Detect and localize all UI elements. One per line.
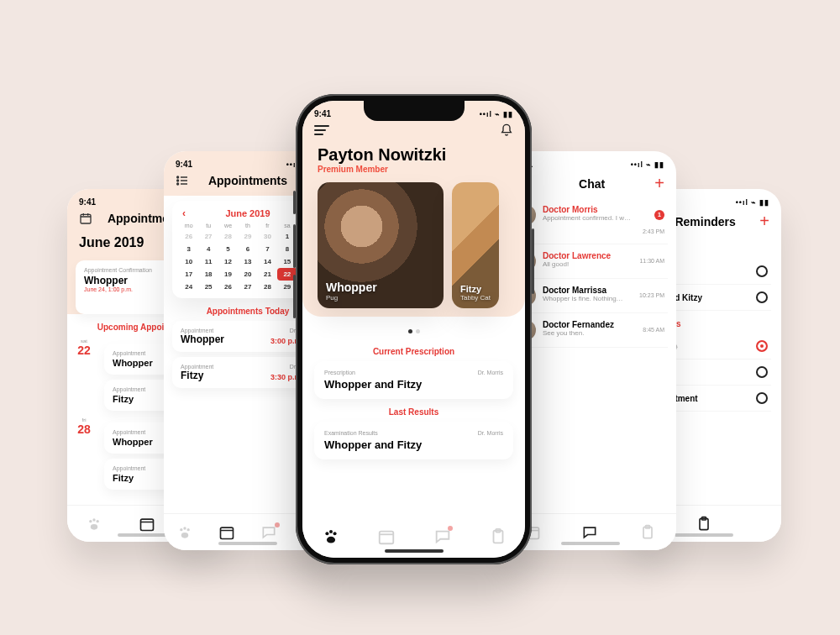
cal-day[interactable]: 4 [198,243,218,255]
cal-day[interactable]: 27 [198,230,218,243]
add-button[interactable]: + [654,174,664,193]
card-label: Prescription [324,370,355,375]
cal-day[interactable]: 14 [258,255,277,268]
results-heading: Last Results [302,407,525,417]
paw-icon[interactable] [176,524,193,541]
svg-rect-13 [221,527,234,538]
checkbox[interactable] [756,265,768,277]
cal-day[interactable]: 5 [218,243,238,255]
svg-point-22 [329,530,333,533]
chat-thread[interactable]: Doctor MorrisAppointment confirmed. I w…… [512,198,668,244]
dow: fr [258,219,277,230]
cal-day[interactable]: 30 [258,230,277,243]
pet-card-whopper[interactable]: Whopper Pug [318,182,444,308]
svg-rect-0 [81,214,91,223]
checkbox[interactable] [756,291,768,303]
doctor-name: Doctor Marrissa [543,286,633,295]
pet-carousel[interactable]: Whopper Pug Fitzy Tabby Cat [302,182,525,308]
cal-day[interactable]: 19 [218,268,238,281]
day-label: sat22 [72,338,96,357]
cal-day[interactable]: 10 [179,255,198,268]
cal-day[interactable]: 18 [198,268,218,281]
dow: we [218,219,238,230]
svg-point-24 [327,537,335,543]
appt-label: Appointment [113,429,145,435]
pet-card-fitzy[interactable]: Fitzy Tabby Cat [452,182,499,308]
svg-rect-25 [380,532,394,544]
clipboard-icon[interactable] [696,516,712,533]
cal-day[interactable]: 17 [179,268,198,281]
calendar-icon[interactable] [218,524,235,541]
cal-day[interactable]: 7 [258,243,277,255]
message-time: 11:30 AM [639,258,664,264]
calendar-icon[interactable] [139,516,155,533]
cal-day[interactable]: 6 [238,243,257,255]
pet-name: Whopper [326,281,377,294]
svg-point-11 [187,528,190,531]
chat-thread[interactable]: Doctor FernandezSee you then.8:45 AM [512,313,668,348]
cal-day[interactable]: 28 [258,281,277,293]
status-icons: ••ıl ⌁ ▮▮ [631,160,664,169]
clipboard-icon[interactable] [489,527,506,544]
cal-day[interactable]: 11 [198,255,218,268]
cal-day[interactable]: 3 [179,243,198,255]
screen-title: Chat [579,177,605,191]
checkbox[interactable] [756,392,768,404]
checkbox[interactable] [756,340,768,352]
dow: tu [198,219,218,230]
menu-icon[interactable] [314,125,329,135]
appt-pet: Fitzy [181,370,203,381]
results-card[interactable]: Examination Results Dr. Morris Whopper a… [314,422,513,459]
home-indicator [561,542,620,545]
cal-day[interactable]: 12 [218,255,238,268]
home-indicator [218,542,277,545]
cal-day[interactable]: 27 [238,281,257,293]
chat-thread[interactable]: Doctor MarrissaWhopper is fine. Nothing…… [512,279,668,313]
list-icon[interactable] [176,175,189,186]
prescription-text: Whopper and Fitzy [324,378,503,391]
add-button[interactable]: + [759,212,769,231]
message-time: 10:23 PM [639,292,664,298]
phone-frame: 9:41 ••ıl ⌁ ▮▮ Payton Nowitzki Premium M… [296,94,532,564]
cal-day[interactable]: 26 [179,230,198,243]
bell-icon[interactable] [500,123,513,137]
status-icons: ••ıl ⌁ ▮▮ [480,110,513,118]
pet-name: Fitzy [460,284,491,294]
cal-day[interactable]: 25 [198,281,218,293]
svg-point-9 [180,528,182,531]
paw-icon[interactable] [86,516,102,533]
cal-day[interactable]: 20 [238,268,257,281]
svg-point-1 [89,520,92,522]
user-name: Payton Nowitzki [302,142,525,165]
cal-day[interactable]: 13 [238,255,257,268]
prescription-heading: Current Prescription [302,347,525,356]
cal-day[interactable]: 28 [218,230,238,243]
status-icons: ••ıl ⌁ ▮▮ [736,198,769,207]
cal-day[interactable]: 29 [238,230,257,243]
results-text: Whopper and Fitzy [324,438,503,451]
prescription-card[interactable]: Prescription Dr. Morris Whopper and Fitz… [314,361,513,399]
card-doctor: Dr. Morris [478,430,503,436]
cal-prev[interactable]: ‹ [179,207,189,219]
status-time: 9:41 [176,160,192,169]
screen-title: Appointments [208,174,287,187]
appt-pet: Whopper [181,333,224,345]
doctor-name: Doctor Morris [543,205,636,214]
svg-point-3 [96,520,98,522]
paw-icon[interactable] [322,527,339,544]
calendar-month: June 2019 [225,208,270,218]
svg-point-10 [183,527,186,529]
chat-icon[interactable] [581,524,598,541]
chat-icon[interactable] [433,527,450,544]
cal-day[interactable]: 24 [179,281,198,293]
cal-day[interactable]: 26 [218,281,238,293]
home-indicator [385,549,444,553]
home-screen: 9:41 ••ıl ⌁ ▮▮ Payton Nowitzki Premium M… [302,101,525,558]
chat-thread[interactable]: Doctor LawrenceAll good!11:30 AM [512,244,668,279]
chat-icon[interactable] [260,524,277,541]
clipboard-icon[interactable] [639,524,656,541]
calendar-icon[interactable] [377,527,394,544]
cal-day[interactable]: 21 [258,268,277,281]
checkbox[interactable] [756,366,768,378]
carousel-dots [302,317,525,338]
